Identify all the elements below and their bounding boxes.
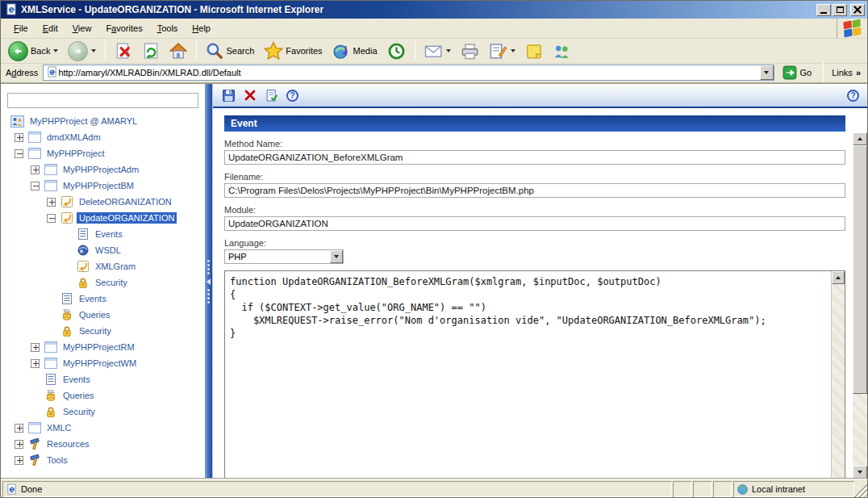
tree-item-updateorganization-selected[interactable]: UpdateORGANIZATION — [1, 210, 205, 226]
expand-icon[interactable] — [15, 133, 23, 142]
filename-label: Filename: — [224, 172, 845, 182]
tree-item-myphpprojectbm[interactable]: MyPHPProjectBM — [1, 178, 205, 194]
tree-item-label: WSDL — [93, 245, 123, 256]
validate-button[interactable] — [265, 89, 279, 103]
page-scrollbar[interactable] — [853, 132, 867, 479]
code-text[interactable]: function UpdateORGANIZATION_BeforeXMLGra… — [225, 271, 831, 479]
mail-dropdown-icon[interactable] — [446, 49, 451, 52]
menu-file[interactable]: File — [7, 21, 35, 36]
expand-icon[interactable] — [15, 424, 23, 433]
maximize-button[interactable] — [833, 4, 847, 16]
back-icon — [8, 41, 28, 61]
panel-splitter[interactable] — [205, 84, 212, 479]
menu-favorites[interactable]: Favorites — [99, 21, 148, 36]
back-button[interactable]: Back — [4, 39, 62, 64]
links-button[interactable]: Links » — [832, 68, 862, 77]
security-zone-pane: Local intranet — [733, 481, 854, 497]
tree-item-myphpprojectrm[interactable]: MyPHPProjectRM — [1, 339, 205, 355]
address-dropdown-button[interactable] — [760, 65, 774, 80]
discuss-button[interactable] — [521, 40, 547, 62]
address-field[interactable] — [43, 65, 774, 81]
menu-view[interactable]: View — [66, 21, 98, 36]
tree-item-security[interactable]: Security — [1, 323, 205, 339]
tree-item-dmdxmladm[interactable]: dmdXMLAdm — [1, 129, 205, 145]
tree-item-tools[interactable]: Tools — [1, 452, 205, 468]
go-button[interactable]: Go — [779, 65, 816, 81]
method-name-field[interactable] — [224, 150, 845, 165]
help-button-right[interactable]: ? — [847, 90, 859, 102]
queries-icon: SQL — [60, 308, 73, 321]
delete-button[interactable] — [243, 89, 257, 103]
expand-icon[interactable] — [47, 198, 56, 207]
search-button[interactable]: Search — [202, 40, 258, 62]
edit-button[interactable] — [485, 40, 520, 62]
collapse-icon[interactable] — [31, 182, 40, 190]
tree-item-events[interactable]: Events — [1, 291, 205, 307]
tree-item-label: Security — [93, 277, 130, 288]
back-dropdown-icon[interactable] — [53, 49, 58, 52]
mail-icon — [424, 43, 443, 59]
tree-item-root[interactable]: MyPHPProject @ AMARYL — [1, 113, 205, 129]
edit-dropdown-icon[interactable] — [511, 49, 515, 52]
scroll-up-button[interactable] — [832, 271, 845, 284]
tree-item-label: dmdXMLAdm — [44, 132, 103, 143]
stop-button[interactable] — [111, 40, 136, 62]
tree-item-wsdl[interactable]: WSDL — [1, 242, 205, 258]
print-icon — [461, 43, 479, 60]
collapse-left-icon[interactable] — [207, 278, 211, 285]
menu-edit[interactable]: Edit — [36, 21, 65, 36]
menu-tools[interactable]: Tools — [151, 21, 185, 36]
expand-icon[interactable] — [31, 165, 40, 174]
favorites-button[interactable]: Favorites — [260, 39, 326, 63]
scroll-up-button[interactable] — [853, 132, 867, 145]
menu-help[interactable]: Help — [186, 21, 217, 36]
print-button[interactable] — [457, 40, 483, 62]
section-header: Event — [224, 115, 845, 132]
tree-item-myphpproject[interactable]: MyPHPProject — [1, 145, 205, 161]
code-editor[interactable]: function UpdateORGANIZATION_BeforeXMLGra… — [224, 270, 845, 479]
code-scrollbar[interactable] — [831, 271, 845, 479]
tree-item-deleteorganization[interactable]: DeleteORGANIZATION — [1, 194, 205, 210]
scroll-down-button[interactable] — [853, 466, 867, 479]
links-label: Links — [832, 68, 853, 77]
media-button[interactable]: Media — [328, 40, 382, 63]
tree-item-myphpprojectwm[interactable]: MyPHPProjectWM — [1, 355, 205, 371]
refresh-button[interactable] — [138, 40, 164, 62]
expand-icon[interactable] — [15, 440, 23, 449]
mail-button[interactable] — [420, 40, 455, 61]
collapse-icon[interactable] — [47, 214, 56, 223]
minimize-button[interactable] — [816, 4, 831, 16]
tree-item-queries[interactable]: SQL Queries — [1, 387, 205, 404]
address-input[interactable] — [58, 66, 759, 79]
tree-item-resources[interactable]: Resources — [1, 436, 205, 452]
language-dropdown-button[interactable] — [330, 250, 343, 263]
module-field[interactable] — [224, 216, 845, 231]
tree-item-security[interactable]: Security — [1, 404, 205, 420]
help-button[interactable]: ? — [286, 90, 298, 102]
forward-dropdown-icon[interactable] — [91, 49, 96, 52]
scrollbar-track[interactable] — [853, 394, 867, 466]
tree-filter-input[interactable] — [7, 93, 198, 108]
resize-grip[interactable] — [854, 481, 867, 497]
tree-item-events[interactable]: Events — [1, 226, 205, 242]
tree-item-xmlgram[interactable]: XMLGram — [1, 258, 205, 274]
events-icon — [76, 228, 90, 241]
tree-item-xmlc[interactable]: XMLC — [1, 420, 205, 436]
messenger-button[interactable] — [549, 40, 575, 62]
expand-icon[interactable] — [31, 359, 40, 368]
forward-button[interactable] — [64, 39, 100, 64]
history-button[interactable] — [383, 40, 410, 63]
close-button[interactable] — [850, 4, 865, 16]
expand-icon[interactable] — [31, 343, 40, 352]
scrollbar-thumb[interactable] — [853, 145, 867, 394]
tree-item-security[interactable]: Security — [1, 274, 205, 291]
tree-item-queries[interactable]: SQL Queries — [1, 307, 205, 323]
home-button[interactable] — [165, 40, 191, 62]
tree-item-myphpprojectadm[interactable]: MyPHPProjectAdm — [1, 161, 205, 178]
collapse-icon[interactable] — [15, 149, 23, 158]
tree-item-events[interactable]: Events — [1, 371, 205, 387]
language-select[interactable]: PHP — [224, 249, 344, 264]
save-button[interactable] — [221, 89, 236, 103]
expand-icon[interactable] — [15, 456, 23, 465]
filename-field[interactable] — [224, 183, 845, 198]
